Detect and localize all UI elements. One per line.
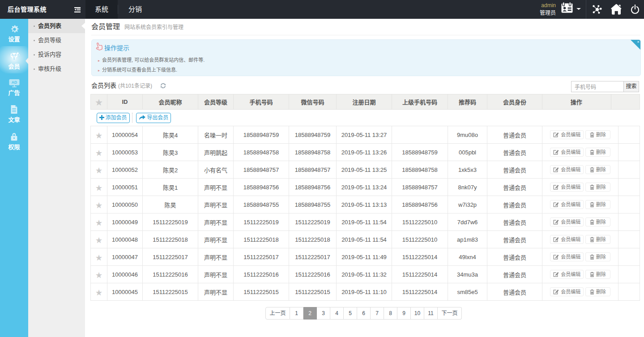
svg-text:AD: AD bbox=[11, 80, 17, 85]
